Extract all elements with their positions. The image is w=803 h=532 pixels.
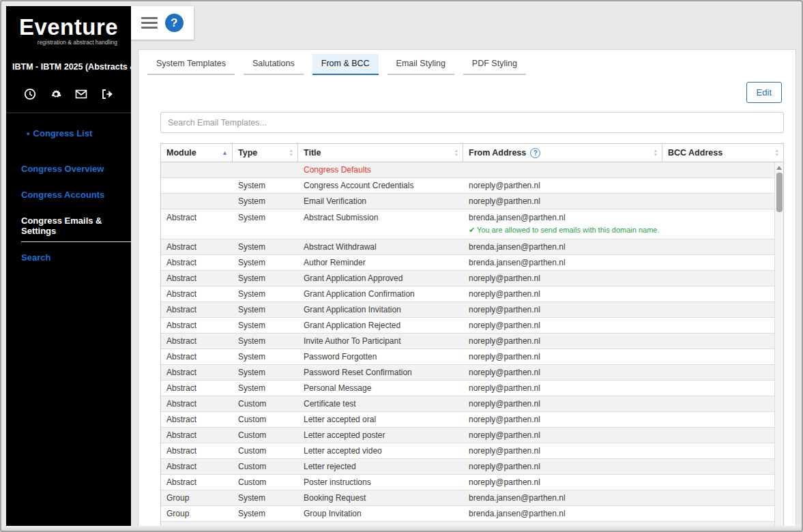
email-icon[interactable] bbox=[75, 88, 87, 100]
table-row[interactable]: AbstractSystemGrant Application Approved… bbox=[161, 271, 774, 286]
sidebar-item-congress-emails-settings[interactable]: Congress Emails & Settings bbox=[21, 216, 131, 242]
column-label: BCC Address bbox=[668, 148, 722, 158]
cell-type: System bbox=[233, 255, 298, 270]
cell-bcc bbox=[662, 286, 774, 301]
cell-title: Abstract Withdrawal bbox=[298, 239, 463, 254]
sidebar-nav: •Congress List Congress Overview Congres… bbox=[6, 113, 131, 263]
cell-type: System bbox=[233, 239, 298, 254]
table-row[interactable]: AbstractCustomPoster instructionsnoreply… bbox=[161, 475, 774, 490]
cell-module: Group bbox=[161, 506, 233, 521]
cell-module: Abstract bbox=[161, 302, 233, 317]
column-header-from-address[interactable]: From Address ? ▲▼ bbox=[463, 144, 662, 162]
sort-icon[interactable]: ▲▼ bbox=[289, 149, 293, 157]
tab-system-templates[interactable]: System Templates bbox=[147, 54, 235, 75]
cell-module bbox=[161, 194, 233, 209]
column-label: Title bbox=[304, 148, 321, 158]
column-header-title[interactable]: Title ▲▼ bbox=[298, 144, 463, 162]
cell-module: Abstract bbox=[161, 412, 233, 427]
tab-pdf-styling[interactable]: PDF Styling bbox=[463, 54, 526, 75]
cell-from: brenda.jansen@parthen.nl bbox=[463, 490, 662, 505]
hamburger-icon[interactable] bbox=[141, 14, 158, 31]
sidebar-item-label: Search bbox=[21, 252, 50, 263]
cell-bcc bbox=[662, 209, 774, 239]
vertical-scrollbar[interactable] bbox=[774, 162, 783, 526]
settings-icon[interactable] bbox=[50, 88, 62, 100]
cell-type: System bbox=[233, 209, 298, 239]
cell-type: Custom bbox=[233, 428, 298, 443]
cell-type: System bbox=[233, 506, 298, 521]
cell-module: Abstract bbox=[161, 428, 233, 443]
sort-asc-icon[interactable]: ▲ bbox=[222, 150, 228, 156]
table-row[interactable]: GroupSystemGroup Invitationbrenda.jansen… bbox=[161, 506, 774, 522]
table-row[interactable]: AbstractSystemInvite Author To Participa… bbox=[161, 334, 774, 349]
cell-type: System bbox=[233, 318, 298, 333]
cell-title: Booking Request bbox=[298, 490, 463, 505]
table-row[interactable]: AbstractSystemPassword Forgottennoreply@… bbox=[161, 349, 774, 365]
table-row[interactable]: SystemCongress Account Credentialsnorepl… bbox=[161, 178, 774, 194]
table-row[interactable]: AbstractCustomCertificate testnoreply@pa… bbox=[161, 396, 774, 412]
cell-module: Abstract bbox=[161, 475, 233, 490]
sidebar-item-search[interactable]: Search bbox=[21, 252, 131, 263]
cell-from: brenda.jansen@parthen.nl bbox=[463, 506, 662, 521]
table-body: Congress DefaultsSystemCongress Account … bbox=[161, 162, 774, 526]
cell-bcc bbox=[662, 178, 774, 193]
cell-module: Abstract bbox=[161, 396, 233, 411]
sidebar-item-congress-overview[interactable]: Congress Overview bbox=[21, 164, 131, 174]
table-row[interactable]: AbstractCustomLetter accepted posternore… bbox=[161, 428, 774, 443]
search-input[interactable] bbox=[160, 112, 784, 133]
cell-title: Certificate test bbox=[298, 396, 463, 411]
cell-bcc bbox=[662, 239, 774, 254]
logout-icon[interactable] bbox=[101, 88, 113, 100]
tab-from-bcc[interactable]: From & BCC bbox=[312, 54, 379, 75]
column-header-type[interactable]: Type ▲▼ bbox=[233, 144, 298, 162]
cell-title: Author Reminder bbox=[298, 255, 463, 270]
sort-icon[interactable]: ▲▼ bbox=[775, 149, 779, 157]
cell-module: Abstract bbox=[161, 209, 233, 239]
table-row[interactable]: AbstractCustomLetter accepted videonorep… bbox=[161, 443, 774, 459]
table-row[interactable]: AbstractSystemAuthor Reminderbrenda.jans… bbox=[161, 255, 774, 271]
table-row[interactable]: AbstractCustomLetter accepted oralnorepl… bbox=[161, 412, 774, 428]
sidebar-item-congress-accounts[interactable]: Congress Accounts bbox=[21, 190, 131, 200]
column-header-module[interactable]: Module ▲ bbox=[161, 144, 233, 162]
sidebar-item-congress-list[interactable]: •Congress List bbox=[27, 128, 131, 138]
table-row[interactable]: AbstractSystemAbstract Withdrawalbrenda.… bbox=[161, 239, 774, 255]
cell-bcc bbox=[662, 428, 774, 443]
cell-module bbox=[161, 178, 233, 193]
cell-bcc bbox=[662, 349, 774, 364]
table-row[interactable]: AbstractSystemGrant Application Rejected… bbox=[161, 318, 774, 334]
cell-type: System bbox=[233, 381, 298, 396]
cell-type: Custom bbox=[233, 396, 298, 411]
help-question-icon[interactable]: ? bbox=[530, 148, 540, 158]
cell-module: Abstract bbox=[161, 286, 233, 301]
cell-module: Group bbox=[161, 490, 233, 505]
table-row[interactable]: AbstractSystemGrant Application Invitati… bbox=[161, 302, 774, 318]
table-row[interactable]: AbstractSystemPersonal Messagenoreply@pa… bbox=[161, 381, 774, 396]
table-row[interactable]: AbstractSystemGrant Application Confirma… bbox=[161, 286, 774, 302]
scroll-up-icon[interactable] bbox=[776, 166, 782, 170]
top-toolbar: ? bbox=[131, 6, 194, 40]
cell-bcc bbox=[662, 396, 774, 411]
cell-from: noreply@parthen.nl bbox=[463, 271, 662, 286]
table-row[interactable]: Congress Defaults bbox=[161, 162, 774, 178]
help-icon[interactable]: ? bbox=[165, 14, 184, 32]
tab-salutations[interactable]: Salutations bbox=[244, 54, 304, 75]
sort-icon[interactable]: ▲▼ bbox=[654, 149, 658, 157]
table-row[interactable]: AbstractSystemAbstract Submissionbrenda.… bbox=[161, 209, 774, 239]
cell-title: Abstract Submission bbox=[298, 209, 463, 239]
table-row[interactable]: AbstractSystemPassword Reset Confirmatio… bbox=[161, 365, 774, 381]
history-icon[interactable] bbox=[24, 88, 36, 100]
cell-title: Email Verification bbox=[298, 194, 463, 209]
table-row[interactable]: AbstractCustomLetter rejectednoreply@par… bbox=[161, 459, 774, 475]
sort-icon[interactable]: ▲▼ bbox=[454, 149, 458, 157]
table-row[interactable]: GroupSystemBooking Requestbrenda.jansen@… bbox=[161, 490, 774, 506]
cell-title: Letter accepted poster bbox=[298, 428, 463, 443]
scrollbar-thumb[interactable] bbox=[776, 173, 783, 212]
cell-from: noreply@parthen.nl bbox=[463, 365, 662, 380]
column-header-bcc-address[interactable]: BCC Address ▲▼ bbox=[662, 144, 783, 162]
cell-bcc bbox=[662, 271, 774, 286]
sidebar-item-label: Congress Accounts bbox=[21, 190, 104, 200]
edit-button[interactable]: Edit bbox=[746, 82, 782, 103]
cell-from: noreply@parthen.nl bbox=[463, 428, 662, 443]
tab-email-styling[interactable]: Email Styling bbox=[388, 54, 454, 75]
table-row[interactable]: SystemEmail Verificationnoreply@parthen.… bbox=[161, 194, 774, 209]
